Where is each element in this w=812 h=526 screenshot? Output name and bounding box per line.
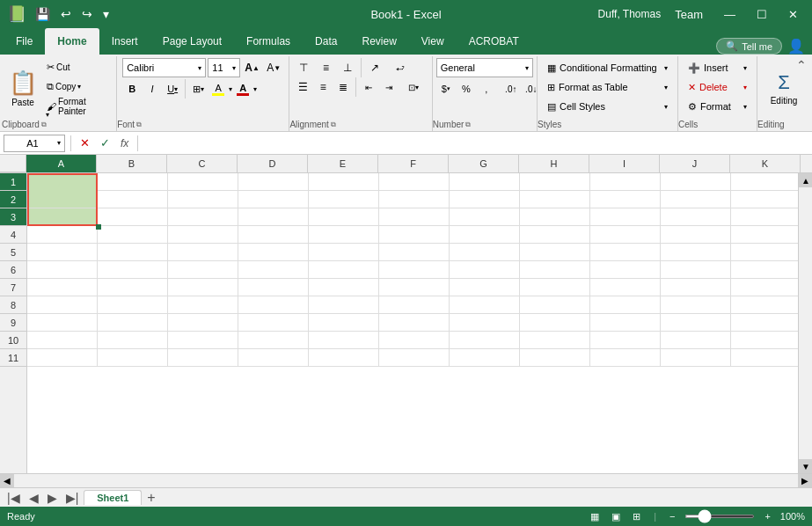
cell-C9[interactable] — [168, 314, 238, 332]
tab-nav-last[interactable]: ▶| — [62, 491, 83, 505]
cell-K1[interactable] — [731, 173, 798, 191]
cell-E1[interactable] — [309, 173, 379, 191]
cell-K4[interactable] — [731, 226, 798, 244]
decrease-font-button[interactable]: A▼ — [264, 58, 283, 77]
ribbon-collapse-button[interactable]: ⌃ — [793, 56, 810, 74]
zoom-slider[interactable] — [684, 515, 755, 518]
paste-button[interactable]: 📋 Paste ▾ — [4, 58, 42, 119]
cell-E4[interactable] — [309, 226, 379, 244]
copy-button[interactable]: ⧉ Copy ▾ — [42, 77, 113, 96]
cancel-formula-button[interactable]: ✕ — [77, 135, 93, 150]
align-expand-icon[interactable]: ⧉ — [331, 121, 336, 129]
name-box[interactable]: A1 ▾ — [4, 135, 65, 152]
col-header-J[interactable]: J — [660, 155, 730, 172]
bold-button[interactable]: B — [122, 79, 142, 99]
cell-H2[interactable] — [520, 191, 590, 208]
number-label[interactable]: Number ⧉ — [433, 119, 537, 129]
cell-C3[interactable] — [168, 208, 238, 226]
cell-F11[interactable] — [379, 349, 450, 367]
row-header-7[interactable]: 7 — [0, 279, 26, 296]
cell-H6[interactable] — [520, 261, 590, 279]
cell-D7[interactable] — [238, 279, 309, 296]
currency-button[interactable]: $▾ — [436, 79, 456, 99]
user-icon[interactable]: 👤 — [787, 38, 805, 55]
cell-B10[interactable] — [98, 332, 168, 349]
increase-decimal-button[interactable]: .0↑ — [501, 79, 521, 99]
cell-D8[interactable] — [238, 296, 309, 314]
cell-J4[interactable] — [661, 226, 731, 244]
indent-increase-button[interactable]: ⇥ — [379, 77, 399, 97]
cell-B8[interactable] — [98, 296, 168, 314]
merge-center-button[interactable]: ⊡▾ — [399, 77, 428, 97]
fill-color-arrow[interactable]: ▾ — [229, 85, 232, 93]
scroll-right-arrow[interactable]: ▶ — [798, 474, 812, 488]
zoom-in-button[interactable]: + — [762, 511, 772, 522]
cell-I11[interactable] — [590, 349, 661, 367]
cell-J7[interactable] — [661, 279, 731, 296]
cell-H8[interactable] — [520, 296, 590, 314]
cell-K11[interactable] — [731, 349, 798, 367]
cell-E8[interactable] — [309, 296, 379, 314]
format-cells-button[interactable]: ⚙ Format ▾ — [682, 97, 753, 116]
align-middle-button[interactable]: ≡ — [315, 58, 336, 77]
maximize-button[interactable]: ☐ — [750, 6, 774, 23]
cell-I4[interactable] — [590, 226, 661, 244]
horizontal-scrollbar[interactable]: ◀ ▶ — [0, 473, 812, 487]
cell-A3[interactable] — [27, 208, 98, 226]
cell-D3[interactable] — [238, 208, 309, 226]
cell-F8[interactable] — [379, 296, 450, 314]
cell-H3[interactable] — [520, 208, 590, 226]
cell-B11[interactable] — [98, 349, 168, 367]
cell-H10[interactable] — [520, 332, 590, 349]
cell-B9[interactable] — [98, 314, 168, 332]
tab-acrobat[interactable]: ACROBAT — [457, 28, 531, 55]
cell-K9[interactable] — [731, 314, 798, 332]
row-header-2[interactable]: 2 — [0, 191, 26, 208]
cell-J1[interactable] — [661, 173, 731, 191]
italic-button[interactable]: I — [143, 79, 162, 99]
cell-I1[interactable] — [590, 173, 661, 191]
number-expand-icon[interactable]: ⧉ — [465, 121, 471, 129]
cell-C8[interactable] — [168, 296, 238, 314]
confirm-formula-button[interactable]: ✓ — [97, 135, 113, 150]
cell-J11[interactable] — [661, 349, 731, 367]
format-painter-button[interactable]: 🖌 Format Painter — [42, 97, 113, 115]
col-header-G[interactable]: G — [449, 155, 519, 172]
cell-G7[interactable] — [450, 279, 520, 296]
cell-C10[interactable] — [168, 332, 238, 349]
save-button[interactable]: 💾 — [32, 5, 54, 23]
col-header-D[interactable]: D — [238, 155, 308, 172]
col-header-B[interactable]: B — [97, 155, 167, 172]
cell-B2[interactable] — [98, 191, 168, 208]
fx-label[interactable]: fx — [117, 137, 132, 150]
undo-button[interactable]: ↩ — [57, 5, 75, 23]
cell-E7[interactable] — [309, 279, 379, 296]
team-button[interactable]: Team — [668, 6, 710, 23]
scroll-left-arrow[interactable]: ◀ — [0, 474, 14, 488]
font-label[interactable]: Font ⧉ — [117, 119, 289, 129]
cell-B7[interactable] — [98, 279, 168, 296]
cell-J10[interactable] — [661, 332, 731, 349]
font-name-dropdown[interactable]: Calibri ▾ — [122, 58, 206, 77]
delete-cells-button[interactable]: ✕ Delete ▾ — [682, 77, 753, 97]
tell-me-box[interactable]: 🔍 Tell me — [716, 38, 782, 55]
cell-E10[interactable] — [309, 332, 379, 349]
tab-data[interactable]: Data — [303, 28, 349, 55]
cell-C11[interactable] — [168, 349, 238, 367]
cell-H5[interactable] — [520, 244, 590, 261]
format-as-table-button[interactable]: ⊞ Format as Table ▾ — [541, 77, 674, 97]
row-header-1[interactable]: 1 — [0, 173, 26, 191]
cell-B5[interactable] — [98, 244, 168, 261]
customize-qa-button[interactable]: ▾ — [99, 5, 113, 23]
cell-E2[interactable] — [309, 191, 379, 208]
row-header-11[interactable]: 11 — [0, 349, 26, 367]
cut-button[interactable]: ✂ Cut — [42, 58, 113, 77]
cell-F7[interactable] — [379, 279, 450, 296]
cell-D2[interactable] — [238, 191, 309, 208]
col-header-K[interactable]: K — [730, 155, 801, 172]
cell-K2[interactable] — [731, 191, 798, 208]
normal-view-button[interactable]: ▦ — [588, 511, 602, 522]
cell-G10[interactable] — [450, 332, 520, 349]
tab-nav-prev[interactable]: ◀ — [26, 491, 42, 505]
cell-I8[interactable] — [590, 296, 661, 314]
